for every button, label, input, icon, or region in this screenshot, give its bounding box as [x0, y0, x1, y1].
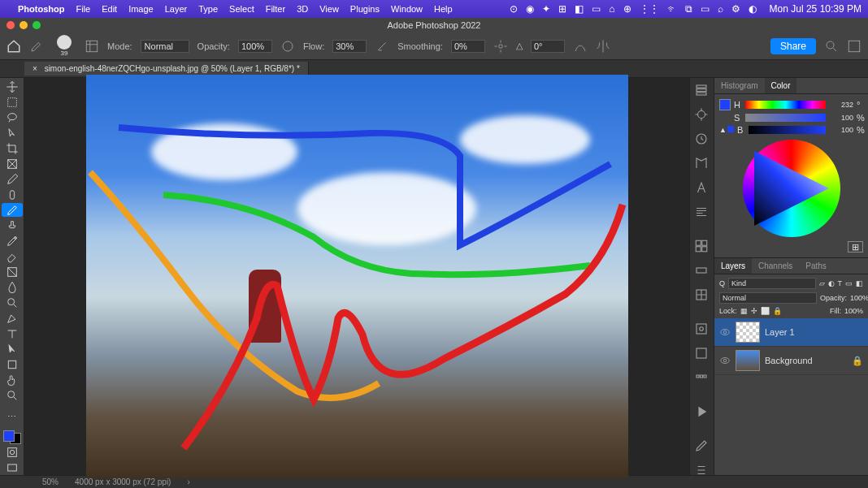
tray-icon[interactable]: ✦ [542, 3, 550, 15]
layer-name[interactable]: Layer 1 [765, 327, 795, 337]
siri-icon[interactable]: ◐ [749, 3, 757, 15]
quick-mask-icon[interactable] [2, 446, 23, 460]
tab-channels[interactable]: Channels [752, 258, 799, 274]
filter-adj-icon[interactable]: ◐ [828, 279, 835, 287]
tray-icon[interactable]: ◉ [526, 3, 534, 15]
brush-tool-icon[interactable] [29, 39, 44, 54]
tray-icon[interactable]: ⌂ [609, 3, 614, 15]
menu-file[interactable]: File [76, 4, 90, 14]
workspace-icon[interactable] [847, 39, 861, 54]
lock-pixels-icon[interactable]: ▦ [740, 307, 748, 315]
tray-icon[interactable]: ᯤ [667, 3, 677, 15]
brushes-panel-icon[interactable] [694, 438, 710, 453]
layer-filter-select[interactable] [728, 278, 815, 289]
hue-slider[interactable] [745, 101, 826, 109]
menu-edit[interactable]: Edit [102, 4, 117, 14]
menu-view[interactable]: View [319, 4, 339, 14]
brush-panel-icon[interactable] [85, 39, 99, 54]
tab-color[interactable]: Color [765, 78, 797, 93]
document-tab[interactable]: × simon-english-48nerZQCHgo-unsplash.jpg… [24, 62, 309, 76]
move-tool[interactable] [2, 80, 23, 93]
color-swatch[interactable] [3, 430, 21, 444]
control-center-icon[interactable]: ⚙ [731, 3, 740, 15]
gradient-tool[interactable] [2, 266, 23, 279]
symmetry-icon[interactable] [596, 39, 610, 54]
eyedropper-tool[interactable] [2, 172, 23, 186]
color-wheel[interactable] [743, 140, 840, 237]
hue-value[interactable]: 232 [829, 101, 853, 109]
navigator-panel-icon[interactable] [694, 370, 710, 385]
gradients-panel-icon[interactable] [694, 263, 710, 278]
filter-smart-icon[interactable]: ◧ [856, 279, 863, 287]
zoom-level[interactable]: 50% [42, 477, 59, 486]
visibility-icon[interactable] [719, 326, 731, 338]
filter-shape-icon[interactable]: ▭ [845, 279, 853, 287]
smoothing-options-icon[interactable] [493, 39, 508, 54]
layer-opacity-input[interactable]: 100% [850, 294, 868, 302]
home-icon[interactable] [7, 39, 21, 54]
more-tools-icon[interactable]: ⋯ [2, 410, 23, 424]
history-panel-icon[interactable] [694, 83, 710, 97]
tab-paths[interactable]: Paths [799, 258, 833, 274]
minimize-icon[interactable] [20, 21, 28, 29]
adjustments-panel-icon[interactable] [694, 107, 710, 122]
menu-help[interactable]: Help [434, 4, 453, 14]
menu-layer[interactable]: Layer [165, 4, 188, 14]
clock[interactable]: Mon Jul 25 10:39 PM [770, 3, 861, 15]
tray-icon[interactable]: ⊙ [510, 3, 518, 15]
filter-type-icon[interactable]: T [838, 279, 843, 287]
stamp-tool[interactable] [2, 218, 23, 232]
swatches-panel-icon[interactable] [694, 239, 710, 253]
tray-icon[interactable]: ⊞ [558, 3, 566, 15]
tab-close-icon[interactable]: × [33, 64, 37, 73]
smoothing-input[interactable]: 0% [451, 40, 485, 53]
character-panel-icon[interactable] [694, 180, 710, 195]
lock-artboard-icon[interactable]: ⬜ [761, 307, 770, 315]
tray-icon[interactable]: ◧ [575, 3, 584, 15]
filter-pixel-icon[interactable]: ▱ [819, 279, 825, 287]
bluetooth-icon[interactable]: ⧉ [685, 3, 692, 15]
path-tool[interactable] [2, 343, 23, 356]
layer-name[interactable]: Background [765, 356, 813, 365]
layer-item[interactable]: Layer 1 [714, 318, 868, 347]
actions-panel-icon[interactable] [694, 322, 710, 336]
tab-histogram[interactable]: Histogram [714, 78, 765, 93]
blur-tool[interactable] [2, 281, 23, 295]
add-swatch-icon[interactable]: ⊞ [848, 241, 863, 253]
properties-panel-icon[interactable] [694, 132, 710, 146]
layer-item[interactable]: Background 🔒 [714, 347, 868, 375]
saturation-slider[interactable] [745, 114, 826, 122]
maximize-icon[interactable] [33, 21, 41, 29]
play-icon[interactable] [694, 404, 710, 419]
hand-tool[interactable] [2, 374, 23, 387]
layer-thumbnail[interactable] [736, 350, 760, 371]
marquee-tool[interactable] [2, 95, 23, 109]
crop-tool[interactable] [2, 141, 23, 155]
zoom-tool[interactable] [2, 389, 23, 403]
layer-thumbnail[interactable] [736, 322, 760, 343]
menu-select[interactable]: Select [229, 4, 254, 14]
canvas[interactable] [86, 75, 628, 478]
screen-mode-icon[interactable] [2, 461, 23, 475]
libraries-panel-icon[interactable] [694, 156, 710, 171]
share-button[interactable]: Share [770, 38, 816, 54]
layer-fill-input[interactable]: 100% [844, 307, 863, 315]
tab-layers[interactable]: Layers [714, 258, 752, 274]
menu-type[interactable]: Type [198, 4, 218, 14]
app-name[interactable]: Photoshop [18, 4, 64, 14]
pressure-opacity-icon[interactable] [280, 39, 295, 54]
brightness-value[interactable]: 100 [829, 126, 853, 134]
paragraph-panel-icon[interactable] [694, 205, 710, 219]
blend-mode-select[interactable]: Normal [141, 40, 189, 53]
opacity-input[interactable]: 100% [238, 40, 272, 53]
eraser-tool[interactable] [2, 250, 23, 264]
history-brush-tool[interactable] [2, 234, 23, 248]
lock-position-icon[interactable]: ✢ [751, 307, 757, 315]
lasso-tool[interactable] [2, 110, 23, 124]
tray-icon[interactable]: ⊕ [623, 3, 631, 15]
menu-window[interactable]: Window [391, 4, 423, 14]
search-icon[interactable]: ⌕ [718, 3, 723, 15]
selection-tool[interactable] [2, 126, 23, 140]
patterns-panel-icon[interactable] [694, 287, 710, 302]
flow-input[interactable]: 30% [332, 40, 367, 53]
